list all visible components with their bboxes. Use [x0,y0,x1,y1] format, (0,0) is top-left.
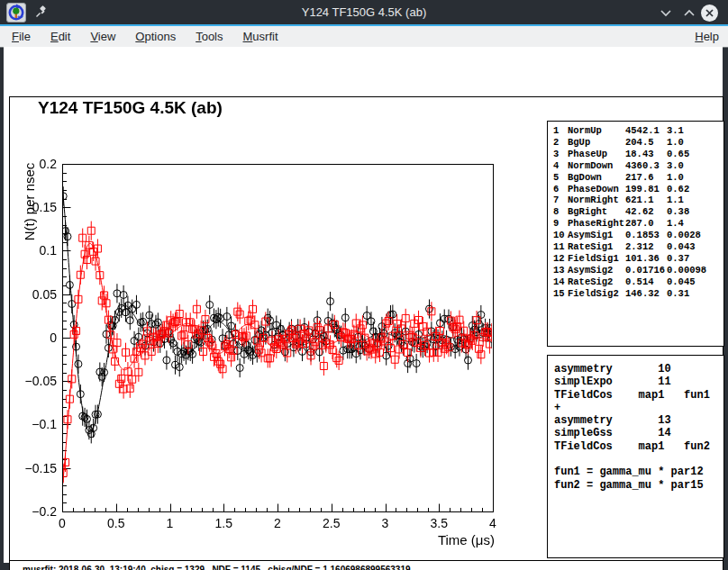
param-name: PhaseDown [568,184,625,195]
param-number: 14 [553,276,568,288]
param-name: BgRight [568,206,625,218]
param-error: 1.4 [667,218,723,230]
menu-help[interactable]: Help [685,26,728,47]
param-error: 1.1 [667,195,723,206]
param-number: 2 [553,137,568,149]
fit-parameter-box: 1 NormUp 4542.1 3.1 2 BgUp 204.5 1.0 3 P… [547,121,724,347]
plot-title: Y124 TF150G 4.5K (ab) [38,98,223,118]
parameter-row: 3 PhaseUp 18.43 0.65 [553,149,723,160]
param-number: 6 [553,184,568,195]
param-error: 0.37 [667,253,723,265]
param-value: 101.36 [625,253,667,265]
plot-canvas[interactable] [4,94,562,566]
theory-line: fun1 = gamma_mu * par12 [554,466,723,478]
param-value: 146.32 [625,288,667,300]
theory-line: asymmetry 10 [554,363,723,375]
param-number: 3 [553,149,568,160]
param-name: AsymSig1 [568,230,625,241]
theory-line: fun2 = gamma_mu * par15 [554,479,723,492]
param-number: 8 [553,206,568,218]
param-number: 7 [553,195,568,206]
parameter-row: 8 BgRight 42.62 0.38 [553,206,723,218]
fit-info-pad: musrfit: 2018-06-30, 13:19:40, chisq = 1… [9,560,723,570]
param-name: NormDown [568,160,625,172]
param-name: BgUp [568,137,625,149]
chevron-up-icon [683,6,696,20]
menu-view[interactable]: View [80,26,125,47]
param-value: 217.6 [625,172,667,184]
parameter-row: 11 RateSig1 2.312 0.043 [553,241,723,253]
param-value: 4360.3 [625,160,667,172]
theory-line: asymmetry 13 [554,414,723,427]
param-number: 11 [553,241,568,253]
musrview-window: ++ Y124 TF150G 4.5K (ab) [0,0,728,570]
parameter-row: 9 PhaseRight 287.0 1.4 [553,218,723,230]
param-error: 0.62 [667,184,723,195]
param-value: 621.1 [625,195,667,206]
parameter-row: 10 AsymSig1 0.1853 0.0028 [553,230,723,241]
param-number: 10 [553,230,568,241]
parameter-row: 7 NormRight 621.1 1.1 [553,195,723,206]
param-name: FieldSig1 [568,253,625,265]
param-error: 0.31 [667,288,723,300]
param-number: 9 [553,218,568,230]
param-error: 0.38 [667,206,723,218]
close-icon [701,5,718,22]
param-error: 0.043 [667,241,723,253]
param-value: 0.514 [625,276,667,288]
parameter-row: 4 NormDown 4360.3 3.0 [553,160,723,172]
theory-line: simplExpo 11 [554,375,723,388]
menu-musrfit[interactable]: Musrfit [233,26,288,47]
param-value: 0.1853 [625,230,667,241]
window-title: Y124 TF150G 4.5K (ab) [0,0,728,24]
param-value: 2.312 [625,241,667,253]
theory-line: simpleGss 14 [554,427,723,439]
param-name: RateSig2 [568,276,625,288]
param-name: RateSig1 [568,241,625,253]
parameter-row: 13 AsymSig2 0.01716 0.00098 [553,265,723,276]
param-value: 0.01716 [625,265,667,276]
parameter-row: 2 BgUp 204.5 1.0 [553,137,723,149]
param-error: 0.65 [667,149,723,160]
parameter-row: 6 PhaseDown 199.81 0.62 [553,184,723,195]
menu-file[interactable]: File [0,26,41,47]
param-error: 1.0 [667,172,723,184]
param-number: 4 [553,160,568,172]
menu-edit[interactable]: Edit [41,26,80,47]
param-name: NormUp [568,125,625,137]
param-error: 3.1 [667,125,723,137]
param-error: 3.0 [667,160,723,172]
param-value: 4542.1 [625,125,667,137]
param-name: AsymSig2 [568,265,625,276]
param-value: 204.5 [625,137,667,149]
minimize-button[interactable] [656,3,676,23]
param-number: 13 [553,265,568,276]
close-button[interactable] [699,3,719,23]
titlebar[interactable]: ++ Y124 TF150G 4.5K (ab) [0,0,728,24]
param-name: NormRight [568,195,625,206]
root-canvas-area: Y124 TF150G 4.5K (ab) 1 NormUp 4542.1 3.… [4,47,723,563]
theory-line: TFieldCos map1 fun2 [554,440,723,453]
param-value: 199.81 [625,184,667,195]
param-name: FieldSig2 [568,288,625,300]
theory-function-box: asymmetry 10 simplExpo 11 TFieldCos map1… [547,355,724,558]
menubar: File Edit View Options Tools Musrfit Hel… [0,26,728,48]
theory-line: TFieldCos map1 fun1 [554,389,723,402]
param-value: 287.0 [625,218,667,230]
param-error: 0.00098 [667,265,723,276]
menu-options[interactable]: Options [125,26,186,47]
param-number: 1 [553,125,568,137]
parameter-row: 1 NormUp 4542.1 3.1 [553,125,723,137]
menu-tools[interactable]: Tools [186,26,232,47]
param-name: PhaseUp [568,149,625,160]
maximize-button[interactable] [679,3,699,23]
param-error: 1.0 [667,137,723,149]
param-number: 12 [553,253,568,265]
parameter-row: 14 RateSig2 0.514 0.045 [553,276,723,288]
param-number: 15 [553,288,568,300]
theory-line [554,453,723,466]
param-value: 42.62 [625,206,667,218]
chevron-down-icon [660,6,672,20]
param-error: 0.045 [667,276,723,288]
parameter-row: 15 FieldSig2 146.32 0.31 [553,288,723,300]
